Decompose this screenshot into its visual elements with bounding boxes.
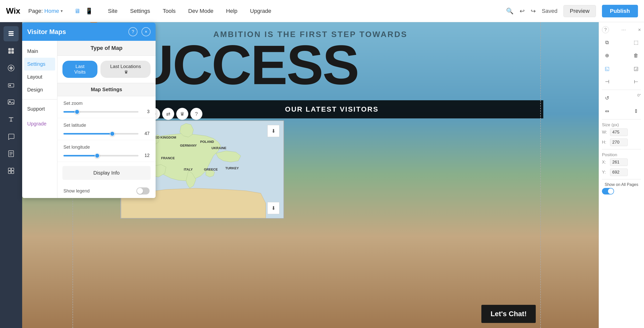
rs-width-value[interactable]: 475: [610, 128, 628, 136]
desktop-icon[interactable]: 🖥: [74, 8, 80, 15]
preview-button[interactable]: Preview: [563, 5, 596, 17]
panel-nav-support[interactable]: Support: [22, 103, 57, 115]
zoom-thumb[interactable]: [75, 109, 80, 114]
rs-back-icon[interactable]: ◲: [631, 63, 641, 74]
svg-rect-6: [11, 51, 14, 54]
devmode-menu-item[interactable]: Dev Mode: [188, 8, 213, 14]
rs-duplicate-icon[interactable]: ⊕: [602, 50, 612, 60]
rs-action-row5: ↺ 0°: [602, 93, 641, 103]
rs-divider1: [602, 90, 641, 90]
undo-button[interactable]: ↩: [520, 8, 525, 15]
latitude-row: Set latitude 47: [57, 118, 156, 140]
dashed-right-border: [540, 22, 541, 328]
longitude-value: 12: [141, 153, 150, 158]
crown-toolbar-btn[interactable]: ♛: [176, 108, 188, 120]
panel-nav-settings[interactable]: Settings: [24, 58, 55, 71]
last-visits-button[interactable]: Last Visits: [62, 61, 97, 78]
panel-close-icon[interactable]: ×: [141, 27, 151, 36]
rs-y-label: Y:: [602, 170, 608, 175]
rs-delete-icon[interactable]: 🗑: [631, 50, 641, 60]
rs-close-icon[interactable]: ×: [638, 27, 641, 33]
map-download-bottom[interactable]: ⬇: [267, 202, 279, 214]
zoom-track: [63, 111, 138, 113]
sidebar-widgets-icon[interactable]: [4, 78, 19, 93]
upgrade-menu-item[interactable]: Upgrade: [250, 8, 271, 14]
sidebar-pages-icon[interactable]: [4, 26, 19, 41]
display-info-button[interactable]: Display Info: [62, 166, 151, 180]
visitors-label: OUR LATEST VISITORS: [285, 105, 379, 113]
rs-help-icon[interactable]: ?: [602, 26, 609, 33]
sidebar-app-icon[interactable]: [4, 163, 19, 178]
rs-divider4: [602, 179, 641, 179]
left-sidebar: [0, 22, 22, 328]
rs-height-value[interactable]: 270: [610, 139, 628, 146]
help-toolbar-btn[interactable]: ?: [190, 108, 202, 120]
longitude-fill: [63, 155, 97, 156]
page-selector[interactable]: Page: Home ▾: [28, 8, 64, 14]
longitude-thumb[interactable]: [95, 153, 100, 158]
page-prefix: Page:: [28, 8, 43, 14]
sidebar-media-icon[interactable]: [4, 95, 19, 110]
rs-rotate-icon[interactable]: ↺: [602, 93, 612, 103]
site-menu-item[interactable]: Site: [108, 8, 118, 14]
svg-rect-2: [9, 35, 14, 36]
topnav-actions: 🔍 ↩ ↪ Saved Preview Publish: [506, 5, 638, 17]
sidebar-text-icon[interactable]: [4, 112, 19, 127]
rs-align-left-icon[interactable]: ⊣: [602, 77, 612, 87]
longitude-slider-row: 12: [63, 153, 150, 158]
rs-action-row4: ⊣ ⊢: [602, 77, 641, 87]
rs-flip-v-icon[interactable]: ⇕: [631, 106, 641, 116]
rs-x-value[interactable]: 261: [610, 158, 628, 166]
success-suffix: UCCESS: [134, 34, 359, 96]
germany-label: GERMANY: [180, 144, 197, 147]
swap-toolbar-btn[interactable]: ⇄: [162, 108, 174, 120]
panel-nav-upgrade[interactable]: Upgrade: [22, 117, 57, 130]
svg-rect-0: [9, 31, 14, 32]
panel-title: Visitor Maps: [27, 28, 66, 36]
rs-align-right-icon[interactable]: ⊢: [631, 77, 641, 87]
sidebar-blog-icon[interactable]: [4, 146, 19, 161]
panel-nav-main[interactable]: Main: [22, 45, 57, 58]
last-locations-button[interactable]: Last Locations ♛: [100, 61, 151, 78]
rs-position-label: Position: [602, 152, 641, 157]
svg-rect-21: [11, 171, 14, 174]
mobile-icon[interactable]: 📱: [85, 8, 93, 15]
rs-divider2: [602, 119, 641, 119]
page-name: Home: [44, 8, 59, 14]
rs-y-row: Y: 692: [602, 169, 641, 176]
show-legend-label: Show legend: [63, 188, 90, 194]
sidebar-elements-icon[interactable]: [4, 43, 19, 58]
latitude-fill: [63, 133, 112, 135]
rs-flip-h-icon[interactable]: ⇔: [602, 106, 612, 116]
rs-height-row: H: 270: [602, 139, 641, 146]
page-chevron[interactable]: ▾: [61, 9, 63, 13]
latitude-thumb[interactable]: [110, 131, 115, 136]
panel-nav-design[interactable]: Design: [22, 83, 57, 96]
rs-rotation-value: 0°: [637, 93, 641, 103]
tools-menu-item[interactable]: Tools: [163, 8, 175, 14]
redo-button[interactable]: ↪: [531, 8, 536, 15]
zoom-slider-row: 3: [63, 109, 150, 114]
map-download-top[interactable]: ⬇: [267, 125, 279, 137]
rs-size-label: Size (px): [602, 122, 641, 127]
show-legend-toggle[interactable]: [136, 187, 150, 194]
chat-widget[interactable]: Let's Chat!: [481, 305, 536, 323]
last-locations-label: Last Locations: [110, 64, 141, 69]
rs-show-all-toggle[interactable]: [602, 188, 614, 194]
svg-rect-19: [11, 168, 14, 171]
panel-help-icon[interactable]: ?: [128, 27, 137, 36]
panel-nav-layout[interactable]: Layout: [22, 71, 57, 83]
sidebar-add-icon[interactable]: [4, 60, 19, 76]
search-button[interactable]: 🔍: [506, 8, 514, 15]
rs-paste-icon[interactable]: ⬚: [631, 37, 641, 47]
wix-logo: Wix: [6, 6, 20, 16]
panel-header-icons: ? ×: [128, 27, 151, 36]
sidebar-chat-icon[interactable]: [4, 129, 19, 144]
publish-button[interactable]: Publish: [602, 5, 638, 17]
rs-copy-icon[interactable]: ⧉: [602, 37, 612, 47]
settings-menu-item[interactable]: Settings: [130, 8, 150, 14]
rs-front-icon[interactable]: ◱: [602, 63, 612, 74]
rs-y-value[interactable]: 692: [610, 169, 628, 176]
topnav: Wix Page: Home ▾ 🖥 📱 Site Settings Tools…: [0, 0, 644, 22]
help-menu-item[interactable]: Help: [226, 8, 237, 14]
